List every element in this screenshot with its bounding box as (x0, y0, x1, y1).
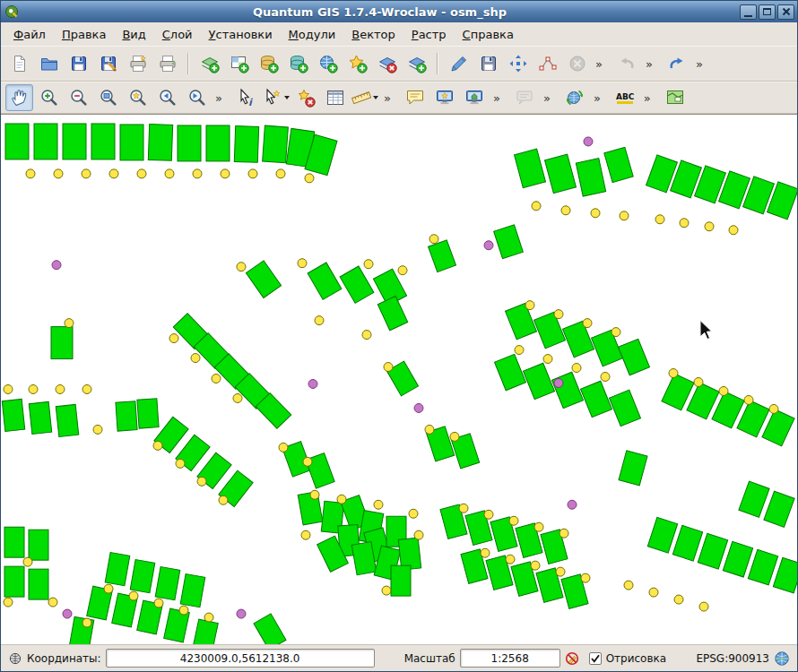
new-project-button[interactable] (5, 50, 33, 77)
save-edits-button[interactable] (474, 50, 502, 77)
labeling-button[interactable]: ABC (612, 84, 639, 111)
composer-manager-button[interactable] (153, 50, 181, 77)
identify-features-button[interactable]: i (233, 84, 261, 111)
menu-raster[interactable]: Растр (403, 24, 455, 45)
menu-edit[interactable]: Правка (54, 24, 114, 45)
remove-layer-icon (377, 54, 397, 73)
new-print-composer-button[interactable] (124, 50, 152, 77)
render-label: Отрисовка (606, 652, 666, 665)
point-feature (65, 319, 74, 328)
add-raster-layer-button[interactable] (225, 50, 253, 77)
menu-vector[interactable]: Вектор (343, 24, 403, 45)
building-feature (56, 404, 78, 436)
dropdown-arrow-icon[interactable] (373, 96, 378, 99)
building-feature (130, 560, 155, 593)
scale-input[interactable] (460, 649, 560, 668)
point-feature (729, 226, 738, 235)
zoom-out-button[interactable] (65, 84, 92, 111)
building-feature (246, 261, 281, 298)
menu-file[interactable]: Файл (5, 24, 54, 45)
remove-layer-button[interactable] (373, 50, 401, 77)
toolbar-overflow-chevron[interactable]: » (640, 91, 655, 105)
toolbar-overflow-chevron[interactable]: » (692, 57, 707, 71)
poi-point-feature (63, 609, 72, 618)
stop-render-icon[interactable] (565, 651, 579, 666)
menu-plugins[interactable]: Модули (281, 24, 344, 45)
zoom-full-button[interactable] (94, 84, 122, 111)
open-attribute-table-button[interactable] (322, 84, 350, 111)
minimize-button[interactable] (740, 4, 757, 20)
point-feature (719, 386, 728, 395)
node-tool-button[interactable] (533, 50, 561, 77)
maximize-icon (763, 8, 771, 15)
select-features-button[interactable] (263, 84, 291, 111)
save-project-button[interactable] (65, 50, 92, 77)
close-button[interactable] (777, 4, 794, 20)
save-project-as-button[interactable] (94, 50, 122, 77)
render-checkbox[interactable] (589, 652, 602, 665)
add-layer-group-button[interactable] (403, 50, 430, 77)
dropdown-arrow-icon[interactable] (284, 96, 290, 99)
map-overview-button[interactable] (662, 84, 690, 111)
zoom-next-button[interactable] (183, 84, 211, 111)
add-vector-layer-button[interactable] (195, 50, 223, 77)
coordinates-input[interactable] (106, 649, 375, 668)
add-wfs-layer-icon (348, 54, 368, 73)
building-feature (308, 263, 342, 299)
scale-label: Масштаб (404, 652, 455, 665)
point-feature (197, 477, 206, 486)
add-postgis-layer-button[interactable] (255, 50, 282, 77)
move-feature-button[interactable] (504, 50, 532, 77)
add-wms-layer-button[interactable] (314, 50, 342, 77)
point-feature (531, 561, 540, 570)
redo-button[interactable] (664, 50, 691, 77)
map-canvas[interactable] (1, 114, 797, 644)
menu-help[interactable]: Справка (455, 24, 522, 45)
deselect-features-button[interactable] (292, 84, 320, 111)
map-tips-button[interactable] (402, 84, 429, 111)
toolbar-navigation: »i»»»»ABC» (1, 82, 797, 114)
maximize-button[interactable] (759, 4, 776, 20)
building-feature (63, 124, 86, 159)
menu-settings[interactable]: Установки (201, 24, 281, 45)
toolbar-overflow-chevron[interactable]: » (590, 91, 604, 105)
titlebar[interactable]: Quantum GIS 1.7.4-Wroclaw - osm_shp (1, 1, 797, 22)
toolbar-overflow-chevron[interactable]: » (380, 91, 395, 105)
toolbar-overflow-chevron[interactable]: » (592, 57, 606, 71)
zoom-in-button[interactable] (35, 84, 63, 111)
building-feature (263, 125, 289, 163)
add-spatialite-layer-icon (289, 54, 308, 73)
otf-reprojection-button[interactable] (561, 84, 589, 111)
toolbar-overflow-chevron[interactable]: » (212, 91, 226, 105)
building-feature (377, 297, 407, 331)
point-feature (310, 490, 319, 499)
point-feature (543, 355, 552, 364)
toolbar-overflow-chevron[interactable]: » (540, 91, 554, 105)
building-feature (155, 566, 180, 599)
toggle-editing-icon (449, 54, 469, 73)
building-feature (672, 525, 702, 561)
zoom-to-selection-button[interactable] (124, 84, 152, 111)
point-feature (674, 595, 683, 604)
new-bookmark-button[interactable] (431, 84, 459, 111)
building-feature (137, 399, 159, 428)
add-wfs-layer-button[interactable] (343, 50, 371, 77)
menu-layer[interactable]: Слой (154, 24, 201, 45)
add-spatialite-layer-button[interactable] (284, 50, 312, 77)
open-project-button[interactable] (35, 50, 63, 77)
building-feature (29, 569, 48, 599)
toolbar-overflow-chevron[interactable]: » (490, 91, 504, 105)
measure-button[interactable] (351, 84, 379, 111)
point-feature (694, 378, 703, 387)
zoom-out-icon (69, 88, 89, 108)
building-feature (723, 541, 752, 577)
mouse-position-icon[interactable] (8, 651, 22, 666)
toolbar-overflow-chevron[interactable]: » (642, 57, 656, 71)
point-feature (93, 425, 102, 434)
menu-view[interactable]: Вид (114, 24, 153, 45)
zoom-last-button[interactable] (153, 84, 181, 111)
toggle-editing-button[interactable] (445, 50, 473, 77)
crs-status-icon[interactable] (774, 650, 790, 667)
show-bookmarks-button[interactable] (461, 84, 489, 111)
pan-map-button[interactable] (5, 84, 33, 111)
